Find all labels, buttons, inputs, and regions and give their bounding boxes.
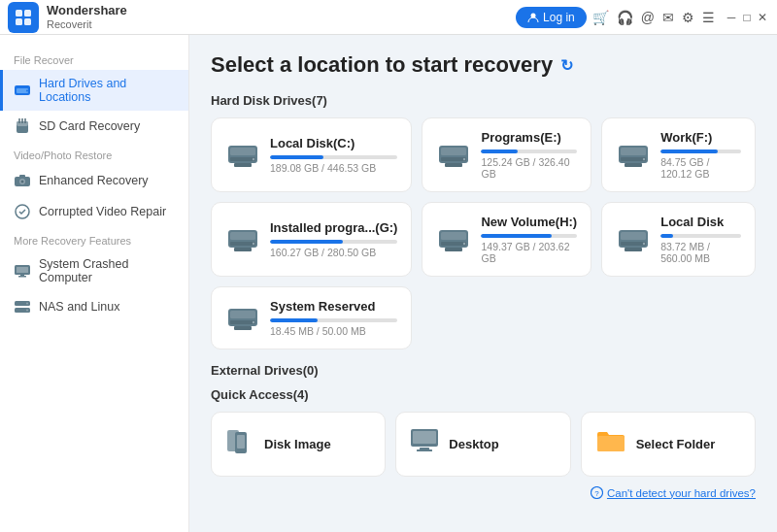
drive-card-6[interactable]: System Reserved 18.45 MB / 50.00 MB — [211, 286, 412, 349]
menu-icon[interactable]: ☰ — [702, 10, 715, 25]
drive-name: Work(F:) — [660, 130, 741, 145]
drive-card-1[interactable]: Programs(E:) 125.24 GB / 326.40 GB — [422, 117, 591, 192]
svg-point-59 — [253, 320, 254, 322]
drive-card-2[interactable]: Work(F:) 84.75 GB / 120.12 GB — [601, 117, 756, 192]
svg-rect-66 — [420, 448, 429, 449]
drive-info: New Volume(H:) 149.37 GB / 203.62 GB — [481, 215, 577, 264]
svg-rect-40 — [625, 163, 642, 167]
svg-rect-50 — [445, 248, 462, 251]
refresh-icon[interactable]: ↻ — [560, 56, 573, 75]
svg-rect-42 — [230, 232, 255, 240]
page-title: Select a location to start recovery ↻ — [211, 52, 756, 78]
svg-rect-53 — [621, 242, 646, 246]
drive-size: 84.75 GB / 120.12 GB — [660, 156, 741, 180]
sidebar-item-system-crash[interactable]: System Crashed Computer — [0, 250, 188, 291]
drive-progress-fill — [270, 318, 318, 322]
headphone-icon[interactable]: 🎧 — [617, 10, 633, 25]
drive-size: 83.72 MB / 560.00 MB — [660, 241, 741, 264]
bottom-link: ? Can't detect your hard drives? — [211, 486, 756, 499]
login-button[interactable]: Log in — [516, 7, 587, 28]
svg-rect-58 — [230, 320, 255, 324]
drive-card-3[interactable]: Installed progra...(G:) 160.27 GB / 280.… — [211, 202, 412, 277]
svg-rect-60 — [234, 326, 252, 330]
svg-point-39 — [643, 157, 645, 159]
drive-info: Programs(E:) 125.24 GB / 326.40 GB — [481, 130, 577, 180]
svg-rect-28 — [230, 157, 255, 161]
svg-point-49 — [463, 242, 465, 244]
hard-drives-grid: Local Disk(C:) 189.08 GB / 446.53 GB Pro… — [211, 117, 756, 349]
svg-rect-21 — [20, 275, 24, 277]
sidebar-item-nas[interactable]: NAS and Linux — [0, 291, 188, 322]
drive-progress-bar — [660, 234, 741, 238]
svg-rect-43 — [230, 242, 255, 246]
drive-name: Local Disk(C:) — [270, 136, 397, 150]
mail-icon[interactable]: ✉ — [662, 10, 674, 25]
hdd-icon — [14, 82, 31, 99]
sidebar-item-nas-label: NAS and Linux — [39, 300, 119, 314]
sidebar-item-corrupted[interactable]: Corrupted Video Repair — [0, 196, 188, 227]
sidebar-item-system-crash-label: System Crashed Computer — [39, 257, 175, 284]
drive-size: 189.08 GB / 446.53 GB — [270, 162, 397, 174]
drive-icon — [436, 141, 471, 170]
svg-rect-57 — [230, 311, 255, 318]
qa-card-desktop[interactable]: Desktop — [395, 412, 570, 477]
at-icon[interactable]: @ — [641, 10, 655, 25]
svg-rect-3 — [24, 18, 31, 25]
sidebar-item-hard-drives-label: Hard Drives and Locations — [39, 77, 175, 104]
qa-label: Disk Image — [264, 437, 331, 451]
svg-rect-48 — [441, 242, 466, 246]
drive-card-4[interactable]: New Volume(H:) 149.37 GB / 203.62 GB — [422, 202, 591, 277]
svg-rect-47 — [441, 232, 466, 240]
drive-progress-fill — [481, 234, 551, 238]
svg-rect-67 — [417, 449, 432, 451]
nas-icon — [14, 298, 31, 316]
detect-drives-link[interactable]: Can't detect your hard drives? — [607, 487, 756, 499]
drive-card-0[interactable]: Local Disk(C:) 189.08 GB / 446.53 GB — [211, 117, 412, 192]
drive-card-5[interactable]: Local Disk 83.72 MB / 560.00 MB — [601, 202, 756, 277]
content-area: Select a location to start recovery ↻ Ha… — [189, 35, 777, 532]
svg-rect-33 — [441, 157, 466, 161]
svg-point-7 — [26, 90, 28, 92]
svg-rect-55 — [625, 248, 642, 251]
qa-card-select-folder[interactable]: Select Folder — [581, 412, 756, 477]
sidebar-section-video: Video/Photo Restore — [0, 142, 188, 165]
svg-point-34 — [463, 157, 465, 159]
drive-progress-bar — [270, 318, 397, 322]
svg-rect-37 — [621, 148, 646, 155]
settings-icon[interactable]: ⚙ — [682, 10, 694, 25]
drive-name: Programs(E:) — [481, 130, 577, 145]
svg-text:?: ? — [594, 489, 599, 498]
sidebar-item-enhanced[interactable]: Enhanced Recovery — [0, 165, 188, 196]
svg-rect-52 — [621, 232, 646, 240]
qa-card-disk-image[interactable]: Disk Image — [211, 412, 386, 477]
drive-info: Work(F:) 84.75 GB / 120.12 GB — [660, 130, 741, 180]
qa-label: Select Folder — [636, 437, 716, 451]
sidebar: File Recover Hard Drives and Locations S… — [0, 35, 189, 532]
titlebar-right: Log in 🛒 🎧 @ ✉ ⚙ ☰ ─ □ ✕ — [516, 7, 769, 28]
minimize-button[interactable]: ─ — [725, 11, 738, 24]
sidebar-item-sd-card[interactable]: SD Card Recovery — [0, 111, 188, 142]
drive-size: 149.37 GB / 203.62 GB — [481, 241, 577, 264]
drive-progress-bar — [660, 150, 741, 153]
maximize-button[interactable]: □ — [740, 11, 754, 24]
external-drives-section-header: External Drives(0) — [211, 363, 756, 378]
svg-rect-30 — [234, 163, 252, 167]
titlebar-icons: 🛒 🎧 @ ✉ ⚙ ☰ — [592, 10, 715, 25]
drive-icon — [616, 225, 651, 254]
titlebar: Wondershare Recoverit Log in 🛒 🎧 @ ✉ ⚙ ☰… — [0, 0, 777, 35]
drive-progress-fill — [481, 150, 518, 153]
drive-name: New Volume(H:) — [481, 215, 577, 229]
desktop-icon — [410, 428, 439, 460]
drive-progress-fill — [270, 155, 323, 159]
drive-info: Local Disk 83.72 MB / 560.00 MB — [660, 215, 741, 264]
svg-rect-1 — [24, 10, 31, 17]
sidebar-item-hard-drives[interactable]: Hard Drives and Locations — [0, 70, 188, 111]
quick-access-grid: Disk Image Desktop Select Folder — [211, 412, 756, 477]
close-button[interactable]: ✕ — [756, 11, 769, 24]
svg-point-24 — [26, 303, 28, 305]
svg-rect-16 — [19, 175, 25, 178]
cart-icon[interactable]: 🛒 — [592, 10, 609, 25]
svg-rect-19 — [17, 267, 28, 273]
sidebar-item-sd-card-label: SD Card Recovery — [39, 119, 140, 133]
app-sub: Recoverit — [47, 18, 127, 30]
